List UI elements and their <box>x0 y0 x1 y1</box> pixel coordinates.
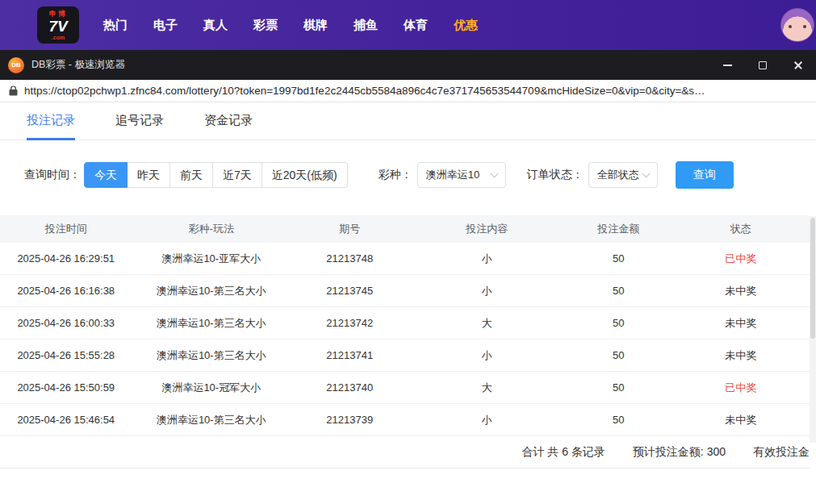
cell-status: 未中奖 <box>672 348 810 363</box>
nav-item[interactable]: 彩票 <box>241 0 291 50</box>
time-filter-option[interactable]: 今天 <box>84 162 128 188</box>
cell-game-play: 澳洲幸运10-第三名大小 <box>132 316 291 331</box>
cell-game-play: 澳洲幸运10-亚军大小 <box>132 252 291 266</box>
cell-bet-amount: 50 <box>565 349 672 361</box>
cell-game-play: 澳洲幸运10-第三名大小 <box>132 284 291 298</box>
tab[interactable]: 投注记录 <box>27 102 75 140</box>
maximize-icon <box>759 61 767 69</box>
cell-bet-content: 大 <box>409 381 566 395</box>
table-row: 2025-04-26 16:29:51澳洲幸运10-亚军大小21213748小5… <box>0 243 810 275</box>
cell-game-play: 澳洲幸运10-第三名大小 <box>132 348 291 363</box>
table-row: 2025-04-26 15:55:28澳洲幸运10-第三名大小21213741小… <box>0 339 810 372</box>
column-header: 状态 <box>672 222 810 236</box>
minimize-icon <box>723 65 732 66</box>
column-header: 投注时间 <box>0 222 132 236</box>
table-row: 2025-04-26 16:16:38澳洲幸运10-第三名大小21213745小… <box>0 275 810 307</box>
cell-bet-content: 小 <box>409 348 566 363</box>
cell-bet-amount: 50 <box>565 381 672 394</box>
close-icon <box>793 60 803 70</box>
time-filter-option[interactable]: 近20天(低频) <box>262 162 348 188</box>
cell-bet-amount: 50 <box>565 285 672 297</box>
cell-issue-number: 21213745 <box>291 285 408 297</box>
site-logo[interactable]: 申博 7V .com <box>37 6 79 44</box>
logo-text-main: 7V <box>48 19 67 34</box>
cell-issue-number: 21213739 <box>291 414 408 426</box>
tab[interactable]: 追号记录 <box>115 102 164 140</box>
cell-game-play: 澳洲幸运10-第三名大小 <box>132 413 291 427</box>
table-body: 2025-04-26 16:29:51澳洲幸运10-亚军大小21213748小5… <box>0 243 810 436</box>
url-text: https://ctop02pchwp1.zfnc84.com/lottery/… <box>24 85 705 97</box>
time-filter-option[interactable]: 近7天 <box>213 162 262 188</box>
cell-status: 未中奖 <box>672 413 810 427</box>
summary-valid-amount: 有效投注金 <box>753 445 810 460</box>
time-filter-option[interactable]: 前天 <box>170 162 213 188</box>
close-button[interactable] <box>780 50 816 80</box>
cell-bet-time: 2025-04-26 15:50:59 <box>0 381 132 394</box>
site-header: 申博 7V .com 热门电子真人彩票棋牌捕鱼体育优惠 <box>0 0 816 50</box>
cell-bet-time: 2025-04-26 15:46:54 <box>0 414 132 426</box>
column-header: 期号 <box>291 222 408 236</box>
scrollbar-track[interactable] <box>810 216 816 443</box>
table-row: 2025-04-26 16:00:33澳洲幸运10-第三名大小21213742大… <box>0 307 810 339</box>
query-button[interactable]: 查询 <box>676 161 734 189</box>
cell-issue-number: 21213741 <box>291 349 408 361</box>
nav-item[interactable]: 真人 <box>190 0 241 50</box>
top-nav-items: 热门电子真人彩票棋牌捕鱼体育优惠 <box>90 0 491 50</box>
lottery-select[interactable]: 澳洲幸运10 <box>417 162 506 188</box>
cell-bet-time: 2025-04-26 16:29:51 <box>0 252 132 264</box>
nav-item[interactable]: 捕鱼 <box>341 0 391 50</box>
logo-text-cn: 申博 <box>49 10 67 18</box>
column-header: 彩种-玩法 <box>132 222 291 236</box>
lottery-select-value: 澳洲幸运10 <box>426 168 479 182</box>
order-status-select[interactable]: 全部状态 <box>588 162 658 188</box>
cell-bet-content: 大 <box>409 316 566 331</box>
nav-item[interactable]: 热门 <box>90 0 140 50</box>
cell-status: 已中奖 <box>672 252 810 266</box>
cell-bet-time: 2025-04-26 16:16:38 <box>0 285 132 297</box>
page-content: 投注记录追号记录资金记录 查询时间： 今天昨天前天近7天近20天(低频) 彩种：… <box>0 102 816 504</box>
scrollbar-thumb[interactable] <box>810 218 815 339</box>
tab[interactable]: 资金记录 <box>204 102 253 140</box>
cell-bet-content: 小 <box>409 284 566 298</box>
cell-bet-time: 2025-04-26 15:55:28 <box>0 349 132 361</box>
table-header-row: 投注时间彩种-玩法期号投注内容投注金额状态 <box>0 215 810 243</box>
time-filter-label: 查询时间： <box>24 168 81 182</box>
cell-bet-amount: 50 <box>565 252 672 264</box>
user-avatar[interactable] <box>780 8 814 42</box>
nav-item[interactable]: 优惠 <box>441 0 491 50</box>
time-filter-group: 今天昨天前天近7天近20天(低频) <box>84 162 348 188</box>
table-row: 2025-04-26 15:50:59澳洲幸运10-冠军大小21213740大5… <box>0 372 810 404</box>
maximize-button[interactable] <box>745 50 780 80</box>
browser-app-icon: DB <box>8 57 24 73</box>
nav-item[interactable]: 电子 <box>140 0 190 50</box>
cell-status: 未中奖 <box>672 284 810 298</box>
cell-issue-number: 21213748 <box>291 252 408 264</box>
chevron-down-icon <box>642 169 650 177</box>
summary-expected-amount: 预计投注金额: 300 <box>633 445 726 460</box>
chevron-down-icon <box>490 169 498 177</box>
column-header: 投注金额 <box>565 222 672 236</box>
summary-total: 合计 共 6 条记录 <box>521 445 605 460</box>
bet-records-table: 投注时间彩种-玩法期号投注内容投注金额状态 2025-04-26 16:29:5… <box>0 215 810 469</box>
filter-bar: 查询时间： 今天昨天前天近7天近20天(低频) 彩种： 澳洲幸运10 订单状态：… <box>24 161 816 189</box>
lock-icon <box>9 85 18 96</box>
order-status-value: 全部状态 <box>597 168 639 182</box>
nav-item[interactable]: 棋牌 <box>291 0 341 50</box>
cell-bet-content: 小 <box>409 413 566 427</box>
column-header: 投注内容 <box>409 222 566 236</box>
cell-bet-content: 小 <box>409 252 566 266</box>
time-filter-option[interactable]: 昨天 <box>128 162 170 188</box>
address-bar[interactable]: https://ctop02pchwp1.zfnc84.com/lottery/… <box>0 80 816 102</box>
order-status-label: 订单状态： <box>527 168 584 182</box>
cell-status: 未中奖 <box>672 316 810 331</box>
lottery-select-label: 彩种： <box>379 168 412 182</box>
cell-bet-amount: 50 <box>565 414 672 426</box>
minimize-button[interactable] <box>709 50 745 80</box>
cell-bet-time: 2025-04-26 16:00:33 <box>0 317 132 329</box>
nav-item[interactable]: 体育 <box>391 0 441 50</box>
logo-text-com: .com <box>52 35 65 40</box>
browser-title-bar: DB DB彩票 - 极速浏览器 <box>0 50 816 80</box>
record-tabs: 投注记录追号记录资金记录 <box>0 102 816 140</box>
table-summary-row: 合计 共 6 条记录 预计投注金额: 300 有效投注金 <box>0 436 810 469</box>
cell-issue-number: 21213742 <box>291 317 408 329</box>
